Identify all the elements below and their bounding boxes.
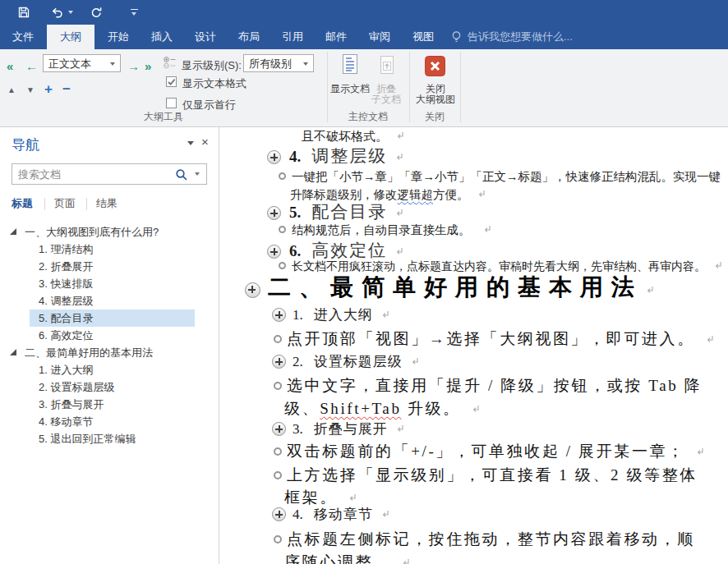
expand-button[interactable]: + (44, 83, 53, 96)
close-red-x-icon (425, 56, 445, 76)
outline-body-handle-icon[interactable] (274, 535, 282, 543)
word-outline-window: 文件 大纲 开始 插入 设计 布局 引用 邮件 审阅 视图 告诉我您想要做什么.… (0, 0, 728, 564)
tab-layout[interactable]: 布局 (229, 25, 269, 49)
nav-heading-sub[interactable]: 2. 折叠展开 (0, 258, 195, 275)
collapse-triangle-icon[interactable] (10, 228, 16, 235)
outline-body-handle-icon[interactable] (279, 172, 286, 180)
collapse-subdocuments-button[interactable] (376, 54, 398, 78)
outline-heading2[interactable]: 6.高效定位 (267, 239, 403, 262)
nav-heading-sub[interactable]: 1. 进入大纲 (0, 361, 195, 378)
tab-review[interactable]: 审阅 (360, 25, 399, 49)
close-pane-icon[interactable]: × (201, 135, 209, 149)
close-outline-view-label2[interactable]: 大纲视图 (414, 93, 457, 107)
save-button[interactable] (15, 4, 33, 21)
move-up-button[interactable]: ▲ (7, 85, 16, 94)
tab-separator (86, 198, 87, 210)
paragraph-mark-icon (381, 310, 389, 319)
tab-design[interactable]: 设计 (186, 25, 225, 49)
chevron-down-icon (303, 62, 308, 66)
search-options-chevron-icon[interactable] (195, 172, 200, 176)
outline-body-line[interactable]: 序随心调整。 (284, 552, 410, 564)
outline-expand-icon[interactable] (245, 282, 260, 298)
tab-mailings[interactable]: 邮件 (316, 25, 356, 49)
nav-heading-sub-selected[interactable]: 5. 配合目录 (30, 310, 195, 327)
nav-tab-headings[interactable]: 标题 (12, 196, 33, 211)
promote-button[interactable]: ← (25, 60, 38, 72)
outline-heading3[interactable]: 1.进入大纲 (272, 305, 389, 324)
collapse-button[interactable]: − (62, 83, 71, 96)
tab-view[interactable]: 视图 (403, 25, 443, 49)
outline-body-line[interactable]: 结构规范后，自动目录直接生成。 (279, 222, 491, 238)
nav-heading-sub[interactable]: 6. 高效定位 (0, 327, 195, 344)
nav-heading-sub[interactable]: 3. 快速排版 (0, 275, 195, 292)
collapse-triangle-icon[interactable] (10, 349, 16, 355)
show-first-line-only-checkbox[interactable] (166, 98, 177, 108)
outline-body-handle-icon[interactable] (274, 471, 282, 479)
nav-heading-sub[interactable]: 4. 移动章节 (0, 413, 195, 430)
nav-heading-top[interactable]: 一、大纲视图到底有什么用? (0, 223, 195, 241)
customize-quick-access-button[interactable] (125, 4, 143, 21)
close-outline-view-button[interactable] (425, 56, 445, 79)
promote-to-heading1-button[interactable]: « (7, 60, 13, 72)
undo-button[interactable] (48, 4, 66, 21)
outline-body-line[interactable]: 点标题左侧标记，按住拖动，整节内容跟着移动，顺 (274, 529, 695, 550)
outline-expand-icon[interactable] (267, 150, 281, 164)
outline-body-handle-icon[interactable] (279, 262, 286, 269)
nav-heading-top[interactable]: 二、最简单好用的基本用法 (0, 344, 195, 361)
outline-body-line[interactable]: 一键把「小节→章」「章→小节」「正文→标题」，快速修正结构混乱。实现一键 (279, 169, 721, 185)
outline-heading2[interactable]: 4.调整层级 (267, 144, 403, 167)
outline-body-handle-icon[interactable] (274, 447, 282, 456)
tab-references[interactable]: 引用 (273, 25, 312, 49)
nav-heading-sub[interactable]: 2. 设置标题层级 (0, 378, 195, 396)
collapse-subdocuments-label2[interactable]: 子文档 (366, 93, 407, 107)
body-continuation-line[interactable]: 且不破坏格式。 (302, 129, 404, 144)
outline-body-line[interactable]: 上方选择「显示级别」，可直接看 1 级、2 级等整体 (274, 465, 698, 486)
show-level-dropdown[interactable]: 所有级别 (243, 54, 314, 72)
tab-file[interactable]: 文件 (3, 25, 43, 49)
nav-heading-sub[interactable]: 4. 调整层级 (0, 292, 195, 310)
nav-tab-pages[interactable]: 页面 (54, 196, 76, 211)
outline-heading3[interactable]: 4.移动章节 (272, 505, 389, 524)
outline-expand-icon[interactable] (267, 245, 281, 259)
show-text-formatting-label: 显示文本格式 (182, 76, 247, 91)
nav-tab-results[interactable]: 结果 (96, 196, 117, 211)
nav-heading-sub[interactable]: 1. 理清结构 (0, 241, 195, 258)
show-document-button[interactable] (329, 53, 371, 78)
outline-body-line[interactable]: 点开顶部「视图」→选择「大纲视图」，即可进入。 (274, 328, 714, 350)
outline-expand-icon[interactable] (272, 507, 286, 521)
paragraph-mark-icon (381, 510, 389, 519)
document-outline-area[interactable]: 且不破坏格式。 4.调整层级 一键把「小节→章」「章→小节」「正文→标题」，快速… (220, 127, 728, 564)
show-text-formatting-checkbox[interactable] (166, 76, 177, 87)
outline-body-handle-icon[interactable] (274, 335, 282, 343)
outline-expand-icon[interactable] (272, 308, 286, 322)
outline-body-handle-icon[interactable] (279, 226, 286, 233)
tell-me-box[interactable]: 告诉我您想要做什么... (450, 25, 573, 49)
outline-expand-icon[interactable] (272, 355, 286, 369)
search-icon[interactable] (175, 168, 188, 181)
outline-expand-icon[interactable] (267, 206, 281, 220)
paragraph-mark-icon (395, 247, 403, 256)
outline-level-combobox[interactable]: 正文文本 (43, 54, 121, 72)
outline-body-handle-icon[interactable] (274, 382, 282, 390)
outline-heading1[interactable]: 二、最简单好用的基本用法 (245, 272, 654, 303)
tab-home[interactable]: 开始 (99, 25, 138, 49)
outline-body-line[interactable]: 选中文字，直接用「提升 / 降级」按钮，或按 Tab 降 (274, 375, 702, 397)
outline-heading3[interactable]: 3.折叠与展开 (272, 420, 404, 438)
tab-insert[interactable]: 插入 (142, 25, 182, 49)
outline-body-line[interactable]: 双击标题前的「+/-」，可单独收起 / 展开某一章； (274, 441, 704, 462)
outline-heading3[interactable]: 2.设置标题层级 (272, 352, 419, 371)
redo-button[interactable] (87, 4, 105, 21)
outline-heading2[interactable]: 5.配合目录 (267, 200, 403, 223)
demote-button[interactable]: → (127, 60, 140, 72)
search-box (12, 163, 207, 185)
pane-options-chevron-icon[interactable] (187, 141, 194, 145)
outline-body-line[interactable]: 级、Shift+Tab 升级。 (284, 398, 480, 420)
move-down-button[interactable]: ▼ (26, 85, 35, 94)
outline-expand-icon[interactable] (272, 422, 286, 436)
undo-dropdown-button[interactable] (66, 4, 76, 21)
demote-to-body-button[interactable]: » (145, 60, 151, 72)
tab-outlining[interactable]: 大纲 (47, 25, 94, 49)
search-input[interactable] (12, 164, 181, 184)
nav-heading-sub[interactable]: 3. 折叠与展开 (0, 396, 195, 413)
nav-heading-sub[interactable]: 5. 退出回到正常编辑 (0, 430, 195, 447)
